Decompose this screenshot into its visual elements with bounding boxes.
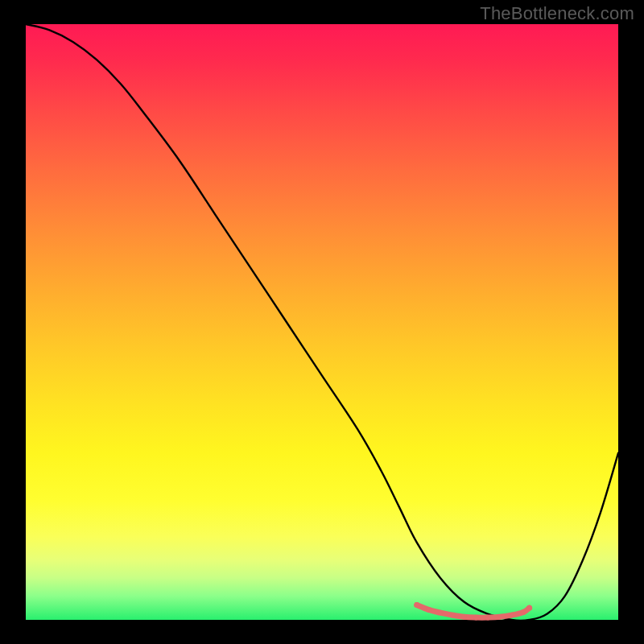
highlight-dot <box>426 607 431 613</box>
highlight-dot <box>450 613 456 618</box>
chart-frame: TheBottleneck.com <box>0 0 644 644</box>
highlight-dot <box>473 615 479 621</box>
watermark-text: TheBottleneck.com <box>480 3 634 24</box>
highlight-dot <box>414 602 419 608</box>
highlight-dot <box>485 615 491 621</box>
highlight-dot <box>509 613 514 618</box>
bottleneck-curve <box>26 24 618 621</box>
highlight-dot <box>526 605 532 611</box>
highlight-dot <box>438 610 444 616</box>
highlight-dot <box>521 609 526 615</box>
highlight-dot <box>497 614 502 620</box>
highlight-dot <box>461 614 467 620</box>
curve-layer <box>26 24 618 620</box>
plot-area <box>26 24 618 620</box>
